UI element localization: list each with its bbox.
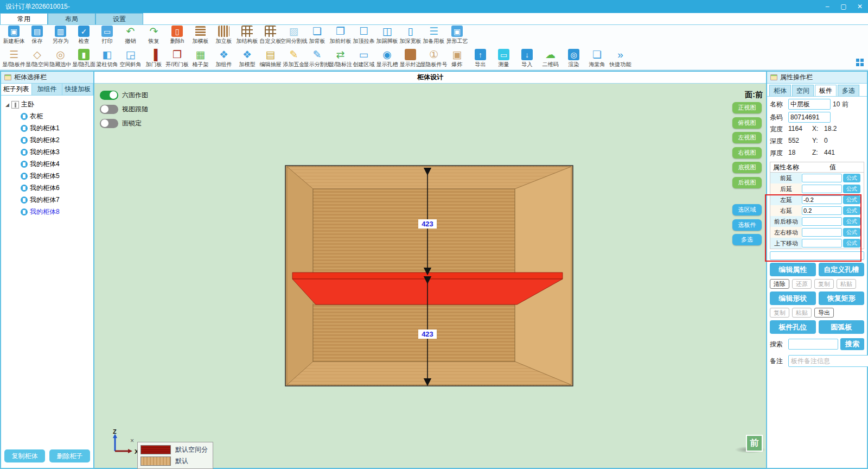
ribbon-tab-设置[interactable]: 设置 xyxy=(95,13,143,24)
tool-custom-board[interactable]: 自定义板 xyxy=(259,26,282,45)
formula-button[interactable]: 公式 xyxy=(843,206,860,215)
panel-lower[interactable] xyxy=(313,305,515,362)
tool-add-component[interactable]: ❖加组件 xyxy=(212,49,235,68)
view-button-底视图[interactable]: 底视图 xyxy=(732,162,762,173)
view-button-左视图[interactable]: 左视图 xyxy=(732,132,762,143)
tool-edit-drawer[interactable]: ▤编辑抽屉 xyxy=(259,49,282,68)
tool-beam-corner-cut[interactable]: ◧梁柱切角 xyxy=(95,49,119,68)
big-button-编辑属性[interactable]: 编辑属性 xyxy=(770,263,816,276)
expander-icon[interactable]: ◢ xyxy=(5,102,9,107)
tool-grid-rack[interactable]: ▦格子架 xyxy=(189,49,212,68)
tool-add-structure-board[interactable]: 加结构板 xyxy=(235,26,259,45)
toggle-switch[interactable] xyxy=(100,91,118,100)
properties-tab-多选[interactable]: 多选 xyxy=(838,85,859,96)
tool-export[interactable]: ↑导出 xyxy=(469,49,492,68)
prop-input-前后移动[interactable] xyxy=(802,217,842,226)
big-button-自定义孔槽[interactable]: 自定义孔槽 xyxy=(819,263,865,276)
tool-show-edge-band[interactable]: 显示封边 xyxy=(399,49,422,68)
small-button-导出[interactable]: 导出 xyxy=(814,308,834,318)
tool-add-door[interactable]: ▐加门板 xyxy=(142,49,165,68)
formula-button[interactable]: 公式 xyxy=(843,217,860,226)
prop-input-前延[interactable] xyxy=(802,174,842,182)
close-icon[interactable]: ✕ xyxy=(852,0,868,13)
tree-item-我的柜体1[interactable]: 我的柜体1 xyxy=(2,122,92,134)
toggle-switch[interactable] xyxy=(100,105,118,114)
prop-input-左延[interactable] xyxy=(802,195,842,204)
tool-redo[interactable]: ↷恢复 xyxy=(142,26,165,45)
tree-item-我的柜体6[interactable]: 我的柜体6 xyxy=(2,182,92,194)
ribbon-tab-布局[interactable]: 布局 xyxy=(48,13,95,24)
tool-begonia-corner[interactable]: ❏海棠角 xyxy=(585,49,609,68)
tool-add-depth-board[interactable]: ▯加深宽板 xyxy=(399,26,422,45)
tool-render[interactable]: ◎渲染 xyxy=(562,49,585,68)
barcode-input[interactable] xyxy=(788,112,831,123)
tool-measure[interactable]: ▭测量 xyxy=(492,49,515,68)
prop-input-右延[interactable] xyxy=(802,206,842,215)
tool-new-cabinet[interactable]: ▣新建柜体 xyxy=(2,26,25,45)
extra-value-input[interactable] xyxy=(770,251,864,260)
select-button-选板件[interactable]: 选板件 xyxy=(732,219,762,231)
formula-button[interactable]: 公式 xyxy=(843,239,860,248)
tree-item-我的柜体3[interactable]: 我的柜体3 xyxy=(2,146,92,158)
tool-hide-selected[interactable]: ◎隐藏选中 xyxy=(49,49,72,68)
toggle-六面作图[interactable]: 六面作图 xyxy=(100,88,148,102)
tool-import[interactable]: ↓导入 xyxy=(515,49,539,68)
tree-item-我的柜体7[interactable]: 我的柜体7 xyxy=(2,194,92,206)
toggle-switch[interactable] xyxy=(100,119,118,128)
cabinet-drawing[interactable]: 423 423 xyxy=(285,165,573,386)
ribbon-tab-常用[interactable]: 常用 xyxy=(0,13,48,24)
tool-delete[interactable]: ▯删除h xyxy=(165,26,189,45)
tool-special-craft[interactable]: ▣异形工艺 xyxy=(445,26,469,45)
delete-cabinet-button[interactable]: 删除柜子 xyxy=(49,449,90,462)
tool-explode[interactable]: ▣爆炸 xyxy=(445,49,469,68)
prop-input-左右移动[interactable] xyxy=(802,228,842,237)
tool-show-divider[interactable]: ✎显示分割线 xyxy=(305,49,329,68)
tool-add-back-board[interactable]: ❏加背板 xyxy=(305,26,329,45)
tool-add-front-board[interactable]: ❐加前封板 xyxy=(329,26,352,45)
tree-item-我的柜体8[interactable]: 我的柜体8 xyxy=(2,206,92,218)
prop-input-后延[interactable] xyxy=(802,185,842,193)
small-button-清除[interactable]: 清除 xyxy=(770,279,789,289)
copy-cabinet-button[interactable]: 复制柜体 xyxy=(4,449,45,462)
tree-root-row[interactable]: ◢ 主卧 xyxy=(2,99,92,110)
tool-show-board-number[interactable]: ①显隐板件号 xyxy=(422,49,445,68)
tree-item-我的柜体4[interactable]: 我的柜体4 xyxy=(2,158,92,170)
tool-check[interactable]: ✓检查 xyxy=(72,26,95,45)
tree-item-我的柜体2[interactable]: 我的柜体2 xyxy=(2,134,92,146)
search-button[interactable]: 搜索 xyxy=(840,338,864,350)
view-button-正视图[interactable]: 正视图 xyxy=(732,102,762,113)
view-button-俯视图[interactable]: 俯视图 xyxy=(732,117,762,129)
tool-add-kick-board[interactable]: ◫加踢脚板 xyxy=(375,26,399,45)
tree-item-衣柜[interactable]: 衣柜 xyxy=(2,110,92,122)
tool-add-horizontal-board[interactable]: 加横板 xyxy=(189,26,212,45)
tool-show-hide-hole-face[interactable]: ▮显/隐孔面 xyxy=(72,49,95,68)
sidebar-tab-加组件[interactable]: 加组件 xyxy=(32,84,63,95)
tool-add-spare-board[interactable]: ☰加备用板 xyxy=(422,26,445,45)
view-button-右视图[interactable]: 右视图 xyxy=(732,147,762,159)
properties-tab-板件[interactable]: 板件 xyxy=(815,85,837,96)
sidebar-tab-快捷加板[interactable]: 快捷加板 xyxy=(62,84,93,95)
toggle-视图跟随[interactable]: 视图跟随 xyxy=(100,102,148,116)
formula-button[interactable]: 公式 xyxy=(843,185,860,193)
search-input[interactable] xyxy=(788,339,838,350)
tool-add-model[interactable]: ❖加模型 xyxy=(235,49,259,68)
design-canvas[interactable]: 柜体设计 六面作图视图跟随面锁定 面:前 正视图俯视图左视图右视图底视图后视图 … xyxy=(94,71,766,469)
selected-shelf-edge[interactable] xyxy=(292,272,563,279)
tool-save-as[interactable]: ▥另存为 xyxy=(49,26,72,45)
tool-quick-functions[interactable]: »快捷功能 xyxy=(609,49,632,68)
tool-add-hardware[interactable]: ✎添加五金 xyxy=(282,49,305,68)
formula-button[interactable]: 公式 xyxy=(843,228,860,237)
tool-undo[interactable]: ↶撤销 xyxy=(119,26,142,45)
tool-show-hide-boards[interactable]: ☰显/隐板件 xyxy=(2,49,25,68)
maximize-icon[interactable]: ▢ xyxy=(835,0,852,13)
big-button-恢复矩形[interactable]: 恢复矩形 xyxy=(819,291,865,305)
formula-button[interactable]: 公式 xyxy=(843,195,860,204)
note-input[interactable] xyxy=(788,355,868,367)
tool-show-hide-space[interactable]: ◇显/隐空间 xyxy=(25,49,49,68)
legend-close-icon[interactable]: × xyxy=(130,437,134,445)
tool-add-vertical-board[interactable]: 加立板 xyxy=(212,26,235,45)
tool-qr-code[interactable]: ☁二维码 xyxy=(539,49,562,68)
select-button-选区域[interactable]: 选区域 xyxy=(732,204,762,216)
formula-button[interactable]: 公式 xyxy=(843,174,860,182)
tool-open-close-door[interactable]: ❒开/闭门板 xyxy=(165,49,189,68)
